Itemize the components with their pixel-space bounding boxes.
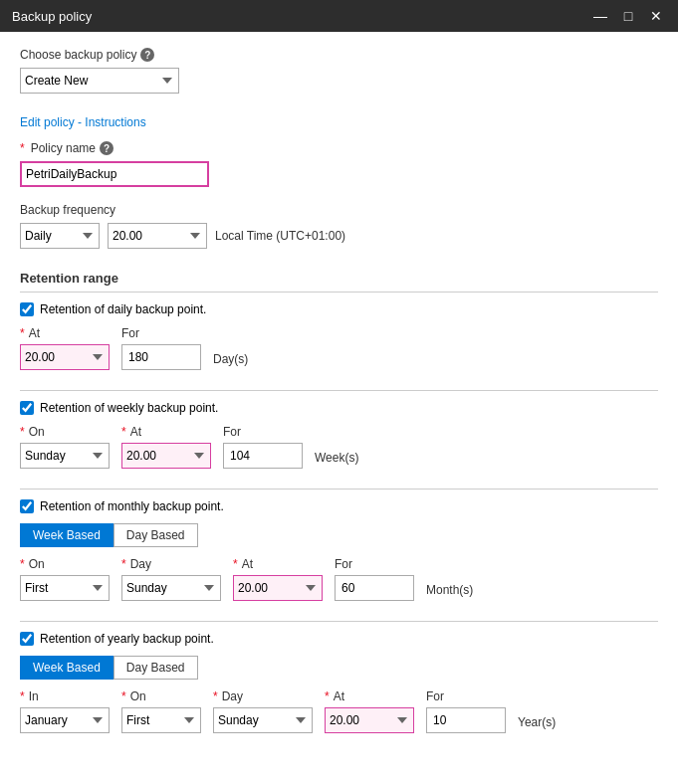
monthly-checkbox[interactable] [20,499,34,513]
weekly-at-group: * At 20.00 [121,425,211,469]
yearly-on-select[interactable]: FirstSecondThirdFourthLast [121,707,201,733]
yearly-on-label: On [130,689,146,703]
daily-at-group: * At 20.00 [20,326,110,370]
yearly-week-based-tab[interactable]: Week Based [20,656,113,680]
weekly-at-label: At [130,425,141,439]
weekly-for-group: For [223,425,303,469]
weekly-for-label: For [223,425,303,439]
daily-checkbox[interactable] [20,302,34,316]
monthly-on-label: On [29,557,45,571]
weekly-checkbox-row: Retention of weekly backup point. [20,401,658,415]
monthly-on-group: * On First Second Third Fourth Last [20,557,110,601]
weekly-for-input[interactable] [223,443,303,469]
yearly-at-group: * At 20.00 [325,689,414,733]
close-button[interactable]: ✕ [646,6,666,26]
yearly-tab-group: Week Based Day Based [20,656,658,680]
daily-for-input[interactable] [121,344,201,370]
policy-name-label: Policy name [31,141,96,155]
choose-policy-label-row: Choose backup policy ? [20,48,658,62]
weekly-divider-top [20,390,658,391]
monthly-at-select[interactable]: 20.00 [233,575,323,601]
frequency-row: Daily Weekly Monthly 20.00 00.00 04.00 0… [20,223,658,249]
yearly-day-label-row: * Day [213,689,313,703]
title-bar: Backup policy — □ ✕ [0,0,678,32]
daily-at-label-row: * At [20,326,110,340]
backup-frequency-label: Backup frequency [20,203,658,217]
yearly-checkbox-label: Retention of yearly backup point. [40,632,214,646]
weekly-on-select[interactable]: Sunday Monday Tuesday [20,443,110,469]
daily-for-label: For [121,326,201,340]
yearly-in-select[interactable]: JanuaryFebruaryMarch AprilMayJune JulyAu… [20,707,110,733]
monthly-day-group: * Day Sunday Monday [121,557,221,601]
backup-frequency-section: Backup frequency Daily Weekly Monthly 20… [20,203,658,257]
daily-checkbox-label: Retention of daily backup point. [40,302,206,316]
policy-name-help-icon[interactable]: ? [100,141,113,155]
monthly-day-based-tab[interactable]: Day Based [113,523,198,547]
daily-at-label: At [29,326,40,340]
monthly-on-select[interactable]: First Second Third Fourth Last [20,575,110,601]
frequency-select[interactable]: Daily Weekly Monthly [20,223,100,249]
policy-name-label-row: * Policy name ? [20,141,658,155]
yearly-divider-top [20,621,658,622]
backup-policy-window: Backup policy — □ ✕ Choose backup policy… [0,0,678,784]
minimize-button[interactable]: — [590,6,610,26]
weekly-unit: Week(s) [315,451,358,469]
window-controls: — □ ✕ [590,6,666,26]
yearly-retention-section: Retention of yearly backup point. Week B… [20,632,658,745]
monthly-week-based-tab[interactable]: Week Based [20,523,113,547]
weekly-on-label: On [29,425,45,439]
monthly-unit: Month(s) [426,583,473,601]
choose-policy-help-icon[interactable]: ? [140,48,154,62]
yearly-checkbox[interactable] [20,632,34,646]
time-select[interactable]: 20.00 00.00 04.00 08.00 [108,223,207,249]
policy-name-required: * [20,141,25,155]
maximize-button[interactable]: □ [618,6,638,26]
weekly-checkbox[interactable] [20,401,34,415]
yearly-for-label: For [426,689,506,703]
weekly-at-label-row: * At [121,425,211,439]
yearly-at-select[interactable]: 20.00 [325,707,414,733]
monthly-divider-top [20,489,658,490]
retention-header: Retention range [20,271,658,286]
edit-policy-link[interactable]: Edit policy - Instructions [20,115,146,129]
choose-policy-select[interactable]: Create New [20,68,179,94]
weekly-on-group: * On Sunday Monday Tuesday [20,425,110,469]
weekly-at-select[interactable]: 20.00 [121,443,211,469]
daily-for-group: For [121,326,201,370]
monthly-day-select[interactable]: Sunday Monday [121,575,221,601]
yearly-fields-row: * In JanuaryFebruaryMarch AprilMayJune J… [20,689,658,733]
monthly-at-label-row: * At [233,557,323,571]
choose-policy-section: Choose backup policy ? Create New [20,48,658,101]
yearly-for-input[interactable] [426,707,506,733]
monthly-for-label: For [335,557,414,571]
daily-unit: Day(s) [213,352,248,370]
yearly-in-label-row: * In [20,689,110,703]
weekly-on-label-row: * On [20,425,110,439]
yearly-in-label: In [29,689,39,703]
timezone-label: Local Time (UTC+01:00) [215,229,345,243]
yearly-in-group: * In JanuaryFebruaryMarch AprilMayJune J… [20,689,110,733]
retention-divider [20,292,658,293]
policy-name-input[interactable] [20,161,209,187]
window-title: Backup policy [12,9,92,24]
monthly-checkbox-row: Retention of monthly backup point. [20,499,658,513]
yearly-for-group: For [426,689,506,733]
choose-policy-label: Choose backup policy [20,48,136,62]
monthly-checkbox-label: Retention of monthly backup point. [40,499,224,513]
monthly-day-label: Day [130,557,151,571]
weekly-checkbox-label: Retention of weekly backup point. [40,401,218,415]
yearly-day-based-tab[interactable]: Day Based [113,656,198,680]
weekly-retention-section: Retention of weekly backup point. * On S… [20,401,658,481]
weekly-fields-row: * On Sunday Monday Tuesday * At [20,425,658,469]
monthly-at-label: At [242,557,253,571]
daily-at-select[interactable]: 20.00 [20,344,110,370]
daily-checkbox-row: Retention of daily backup point. [20,302,658,316]
form-content: Choose backup policy ? Create New Edit p… [0,32,678,784]
monthly-retention-section: Retention of monthly backup point. Week … [20,499,658,613]
monthly-day-label-row: * Day [121,557,221,571]
daily-fields-row: * At 20.00 For Day(s) [20,326,658,370]
yearly-day-group: * Day SundayMonday [213,689,313,733]
yearly-day-select[interactable]: SundayMonday [213,707,313,733]
yearly-at-label: At [334,689,344,703]
monthly-for-input[interactable] [335,575,414,601]
